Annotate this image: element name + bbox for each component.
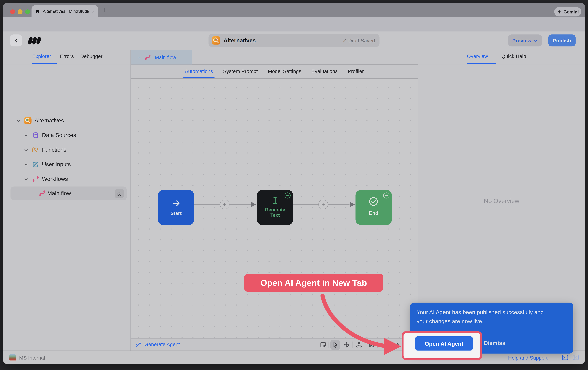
panel-toggle-left-icon[interactable]: [572, 354, 579, 360]
connector-arrow-icon: [350, 202, 355, 207]
chevron-down-icon: [534, 38, 538, 42]
annotation-arrow-icon: [311, 291, 408, 357]
traffic-minimize-button[interactable]: [18, 9, 22, 14]
app-icon: [24, 117, 32, 124]
traffic-zoom-button[interactable]: [25, 9, 30, 14]
mindstudio-logo[interactable]: [27, 36, 42, 45]
sidebar-tabs: Explorer Errors Debugger: [3, 50, 130, 64]
browser-tabstrip: Alternatives | MindStudio × + Gemini: [3, 3, 585, 17]
tree-item-workflows[interactable]: Workflows: [3, 173, 130, 186]
tab-overview[interactable]: Overview: [467, 54, 488, 59]
workspace-name[interactable]: MS Internal: [19, 355, 45, 360]
workflow-icon: [32, 176, 39, 182]
start-node[interactable]: Start: [158, 190, 194, 225]
close-icon[interactable]: ×: [138, 55, 140, 60]
toast-message-line2: your changes are now live.: [417, 318, 483, 324]
collapse-badge-icon[interactable]: [285, 192, 291, 199]
tree-item-user-inputs[interactable]: User Inputs: [3, 158, 130, 171]
tree-item-functions[interactable]: (x) Functions: [3, 144, 130, 157]
workflow-icon: [145, 54, 151, 60]
connector-arrow-icon: [251, 202, 256, 207]
agent-title: Alternatives: [223, 37, 256, 43]
connector-line: [293, 204, 318, 205]
tab-title: Alternatives | MindStudio: [43, 9, 89, 13]
generate-text-node[interactable]: Generate Text: [257, 190, 293, 225]
right-panel-tabs: Overview Quick Help: [418, 50, 585, 64]
draft-status: ✓ Draft Saved: [343, 38, 375, 43]
gemini-label: Gemini: [564, 9, 579, 14]
workspace-avatar[interactable]: [9, 354, 16, 361]
dismiss-button[interactable]: Dismiss: [484, 340, 505, 346]
empty-state-text: No Overview: [418, 197, 585, 204]
statusbar-divider: [557, 354, 557, 361]
add-step-button[interactable]: +: [220, 200, 230, 209]
tab-close-icon[interactable]: ×: [92, 9, 94, 14]
tab-automations[interactable]: Automations: [185, 69, 213, 74]
tab-debugger[interactable]: Debugger: [80, 54, 103, 59]
file-tab-main-flow[interactable]: × Main.flow: [131, 50, 192, 64]
agent-title-bar: Alternatives ✓ Draft Saved: [209, 34, 379, 47]
chevron-down-icon[interactable]: [17, 119, 21, 123]
connector-line: [230, 204, 251, 205]
mindstudio-favicon-icon: [35, 9, 40, 14]
chevron-down-icon[interactable]: [24, 177, 28, 181]
generate-agent-button[interactable]: Generate Agent: [135, 341, 180, 347]
collapse-badge-icon[interactable]: [383, 192, 389, 199]
publish-button[interactable]: Publish: [548, 34, 576, 47]
active-tab-underline: [32, 63, 57, 64]
tree-item-data-sources[interactable]: Data Sources: [3, 129, 130, 142]
text-cursor-icon: [272, 196, 279, 205]
open-ai-agent-button[interactable]: Open AI Agent: [415, 336, 473, 351]
editor-subtabs: Automations System Prompt Model Settings…: [131, 64, 418, 79]
file-tab-strip: × Main.flow: [131, 50, 418, 65]
pencil-square-icon: [32, 161, 39, 168]
panel-toggle-right-icon[interactable]: [562, 354, 568, 360]
screen: Alternatives | MindStudio × + Gemini: [0, 0, 588, 370]
wand-icon: [135, 341, 141, 347]
tab-system-prompt[interactable]: System Prompt: [223, 69, 258, 74]
traffic-close-button[interactable]: [10, 9, 15, 14]
explorer-sidebar: Explorer Errors Debugger Alternatives Da…: [3, 50, 130, 350]
browser-tab[interactable]: Alternatives | MindStudio ×: [32, 5, 98, 17]
add-step-button[interactable]: +: [318, 200, 328, 209]
preview-button[interactable]: Preview: [508, 34, 542, 47]
gemini-badge[interactable]: Gemini: [554, 7, 581, 17]
end-node[interactable]: End: [356, 190, 392, 225]
arrow-right-icon: [172, 199, 181, 208]
tab-profiler[interactable]: Profiler: [348, 69, 364, 74]
tree-item-main-flow[interactable]: Main.flow: [10, 186, 127, 200]
check-circle-icon: [368, 196, 379, 207]
check-icon: ✓: [343, 38, 347, 43]
chevron-down-icon[interactable]: [24, 148, 28, 152]
app-back-button[interactable]: [10, 34, 22, 47]
browser-window: Alternatives | MindStudio × + Gemini: [3, 3, 585, 364]
chevron-down-icon[interactable]: [24, 162, 28, 167]
tab-evaluations[interactable]: Evaluations: [312, 69, 338, 74]
help-and-support-link[interactable]: Help and Support: [508, 355, 547, 360]
agent-app-icon: [212, 36, 220, 45]
tab-explorer[interactable]: Explorer: [32, 54, 51, 59]
connector-line: [194, 204, 220, 205]
database-icon: [32, 132, 39, 139]
connector-line: [328, 204, 349, 205]
toast-message-line1: Your AI Agent has been published success…: [417, 309, 544, 315]
tab-model-settings[interactable]: Model Settings: [268, 69, 301, 74]
workflow-icon: [39, 190, 46, 197]
annotation-label: Open AI Agent in New Tab: [244, 274, 383, 292]
browser-toolbar: https://app.mindstudio.ai/agents/9f01976…: [3, 17, 585, 31]
tab-errors[interactable]: Errors: [60, 54, 74, 59]
function-icon: (x): [32, 147, 38, 152]
tree-item-alternatives[interactable]: Alternatives: [3, 115, 130, 127]
new-tab-button[interactable]: +: [103, 6, 107, 14]
chevron-down-icon[interactable]: [24, 133, 28, 138]
active-tab-underline: [467, 63, 496, 64]
tab-quick-help[interactable]: Quick Help: [501, 54, 526, 59]
set-home-button[interactable]: [115, 189, 124, 198]
